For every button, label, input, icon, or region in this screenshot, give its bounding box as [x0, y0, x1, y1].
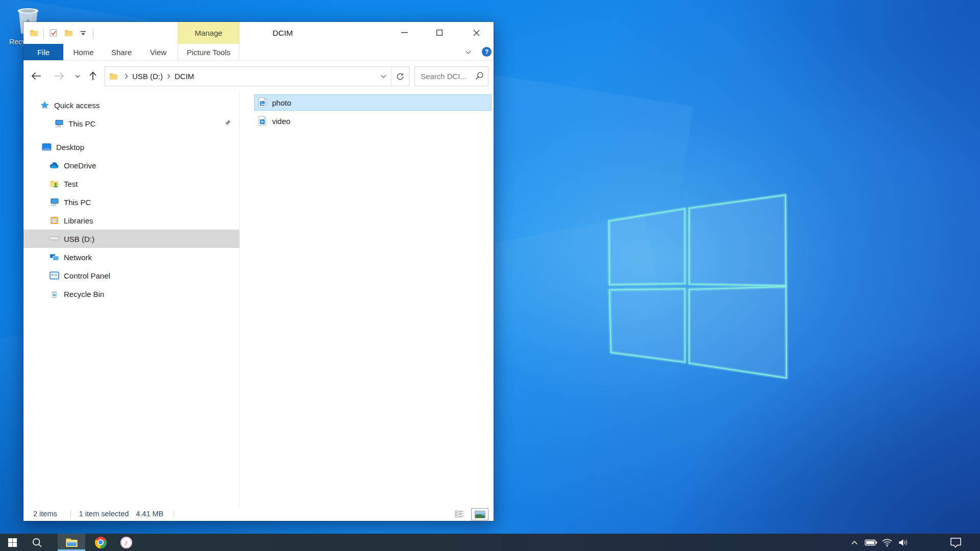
sidebar-item-this-pc-pinned[interactable]: This PC	[23, 114, 239, 133]
new-folder-button[interactable]	[63, 28, 74, 38]
taskbar: ♪	[0, 534, 980, 551]
folder-icon	[64, 30, 73, 37]
tab-share[interactable]: Share	[107, 44, 136, 60]
checkbox-button[interactable]	[48, 28, 59, 38]
forward-arrow-icon	[54, 72, 64, 80]
up-button[interactable]	[84, 68, 102, 84]
video-file-icon	[257, 116, 267, 126]
status-bar: 2 items 1 item selected 4.41 MB	[23, 507, 494, 521]
refresh-button[interactable]	[391, 67, 409, 86]
sidebar-item-quick-access[interactable]: Quick access	[23, 96, 239, 114]
action-center-button[interactable]	[945, 534, 966, 551]
sidebar-item-desktop[interactable]: Desktop	[23, 138, 239, 156]
selection-count: 1 item selected	[79, 510, 129, 518]
forward-button[interactable]	[51, 68, 68, 84]
desktop-icon	[41, 143, 52, 151]
quick-access-toolbar	[29, 22, 93, 44]
start-button[interactable]	[0, 534, 24, 551]
address-bar-controls	[376, 67, 409, 86]
search-icon[interactable]	[475, 71, 484, 80]
search-input[interactable]	[420, 67, 473, 86]
back-button[interactable]	[28, 68, 45, 84]
tray-chevron-up-button[interactable]	[846, 534, 863, 551]
battery-icon	[865, 539, 877, 546]
sidebar-item-libraries[interactable]: Libraries	[23, 211, 239, 230]
windows-start-icon	[8, 538, 17, 547]
maximize-icon	[436, 30, 443, 36]
sidebar-item-usb-drive[interactable]: USB (D:)	[23, 230, 239, 248]
navigation-toolbar: USB (D:) DCIM	[23, 61, 494, 92]
taskbar-chrome-button[interactable]	[88, 534, 113, 551]
computer-icon	[49, 198, 59, 207]
taskbar-search-button[interactable]	[24, 534, 49, 551]
wifi-status[interactable]	[879, 534, 895, 551]
file-list: photo video	[240, 92, 494, 507]
tab-home[interactable]: Home	[69, 44, 97, 60]
file-name: video	[272, 117, 290, 126]
help-button[interactable]: ?	[482, 47, 492, 57]
tab-file[interactable]: File	[23, 44, 63, 60]
sidebar-item-network[interactable]: Network	[23, 248, 239, 266]
sidebar-item-recycle-bin[interactable]: Recycle Bin	[23, 285, 239, 303]
sidebar-item-label: Test	[64, 180, 78, 188]
taskbar-file-explorer-button[interactable]	[58, 534, 85, 551]
sidebar-item-control-panel[interactable]: Control Panel	[23, 266, 239, 285]
expand-ribbon-button[interactable]	[461, 47, 475, 57]
breadcrumb-chevron-icon[interactable]	[125, 73, 128, 79]
breadcrumb-folder[interactable]: DCIM	[174, 72, 195, 81]
tab-picture-tools[interactable]: Picture Tools	[178, 44, 239, 60]
window-title: DCIM	[273, 22, 293, 44]
tab-view[interactable]: View	[145, 44, 171, 60]
maximize-button[interactable]	[429, 25, 450, 40]
sidebar-item-this-pc[interactable]: This PC	[23, 193, 239, 211]
toolbar-separator	[93, 29, 93, 38]
sidebar-item-test[interactable]: Test	[23, 174, 239, 193]
action-center	[945, 534, 966, 551]
sidebar-item-label: This PC	[64, 198, 91, 207]
up-arrow-icon	[89, 71, 97, 81]
notification-icon	[950, 537, 962, 548]
sidebar-item-label: Recycle Bin	[64, 290, 104, 298]
title-bar[interactable]: Manage DCIM	[23, 22, 494, 44]
details-view-button[interactable]	[453, 508, 466, 519]
manage-context-tab[interactable]: Manage	[178, 22, 239, 44]
file-item-video[interactable]: video	[254, 113, 492, 129]
recent-locations-button[interactable]	[71, 68, 84, 84]
breadcrumb-chevron-icon[interactable]	[167, 73, 170, 79]
customize-quick-access-button[interactable]	[78, 28, 88, 38]
breadcrumb-drive[interactable]: USB (D:)	[131, 72, 164, 81]
quick-access-star-icon	[39, 101, 50, 110]
address-bar[interactable]: USB (D:) DCIM	[105, 66, 409, 86]
battery-status[interactable]	[863, 534, 879, 551]
sidebar-item-label: Libraries	[64, 216, 93, 225]
wifi-icon	[881, 538, 893, 547]
status-separator	[70, 510, 71, 518]
thumbnail-view-icon	[475, 511, 485, 518]
sidebar-item-label: Control Panel	[64, 271, 110, 280]
sidebar-item-label: USB (D:)	[64, 235, 94, 243]
search-icon	[32, 537, 42, 548]
computer-icon	[54, 119, 64, 128]
chevron-down-icon	[381, 74, 386, 79]
recycle-bin-small-icon	[49, 290, 59, 298]
close-button[interactable]	[465, 25, 487, 40]
checkbox-icon	[50, 29, 58, 37]
file-explorer-icon	[65, 537, 78, 548]
chevron-down-icon	[75, 74, 80, 78]
taskbar-itunes-button[interactable]: ♪	[114, 534, 138, 551]
folder-properties-button[interactable]	[29, 28, 39, 38]
system-tray	[846, 534, 912, 551]
libraries-icon	[49, 216, 59, 224]
details-view-icon	[455, 510, 464, 518]
volume-status[interactable]	[895, 534, 912, 551]
item-count: 2 items	[33, 510, 57, 518]
explorer-window: Manage DCIM File Home Share View Picture…	[23, 22, 494, 521]
minimize-button[interactable]	[394, 25, 415, 40]
sidebar-item-onedrive[interactable]: OneDrive	[23, 156, 239, 174]
chevron-up-icon	[851, 540, 858, 545]
address-dropdown-button[interactable]	[376, 67, 391, 86]
thumbnail-view-button[interactable]	[471, 508, 488, 520]
onedrive-cloud-icon	[49, 162, 59, 169]
back-arrow-icon	[31, 72, 41, 80]
file-item-photo[interactable]: photo	[254, 94, 492, 111]
